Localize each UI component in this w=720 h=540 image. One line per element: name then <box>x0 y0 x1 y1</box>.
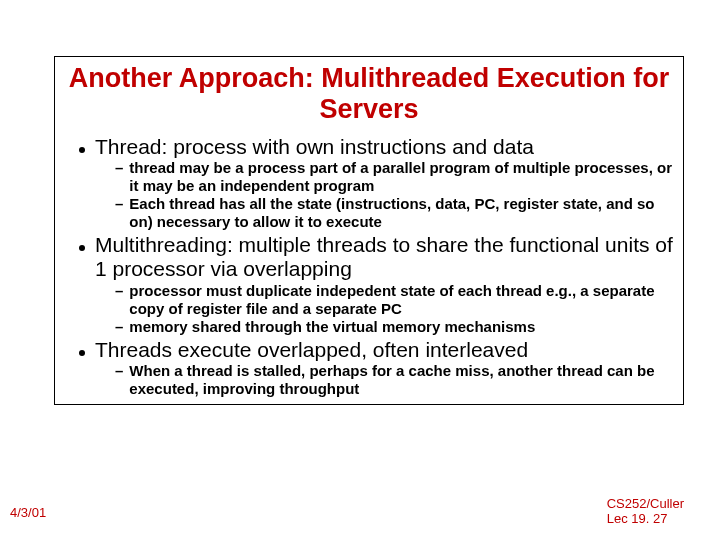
slide-title: Another Approach: Mulithreaded Execution… <box>55 57 683 133</box>
footer-course: CS252/Culler Lec 19. 27 <box>607 497 684 526</box>
dash-icon: – <box>115 159 123 177</box>
sub-bullet-item: – Each thread has all the state (instruc… <box>59 195 679 231</box>
bullet-dot-icon <box>79 350 85 356</box>
bullet-item: Threads execute overlapped, often interl… <box>59 338 679 362</box>
dash-icon: – <box>115 282 123 300</box>
bullet-text: Thread: process with own instructions an… <box>95 135 534 159</box>
sub-bullet-text: processor must duplicate indepedent stat… <box>129 282 679 318</box>
footer-date: 4/3/01 <box>10 505 46 520</box>
bullet-item: Multithreading: multiple threads to shar… <box>59 233 679 281</box>
sub-bullet-text: memory shared through the virtual memory… <box>129 318 535 336</box>
sub-bullet-text: thread may be a process part of a parall… <box>129 159 679 195</box>
slide-body: Thread: process with own instructions an… <box>55 135 683 404</box>
bullet-text: Multithreading: multiple threads to shar… <box>95 233 679 281</box>
sub-bullet-text: When a thread is stalled, perhaps for a … <box>129 362 679 398</box>
bullet-item: Thread: process with own instructions an… <box>59 135 679 159</box>
bullet-text: Threads execute overlapped, often interl… <box>95 338 528 362</box>
sub-bullet-text: Each thread has all the state (instructi… <box>129 195 679 231</box>
footer-course-line1: CS252/Culler <box>607 496 684 511</box>
footer-course-line2: Lec 19. 27 <box>607 511 668 526</box>
sub-bullet-item: – processor must duplicate indepedent st… <box>59 282 679 318</box>
bullet-dot-icon <box>79 147 85 153</box>
sub-bullet-item: – thread may be a process part of a para… <box>59 159 679 195</box>
slide-content-box: Another Approach: Mulithreaded Execution… <box>54 56 684 405</box>
sub-bullet-item: – memory shared through the virtual memo… <box>59 318 679 336</box>
dash-icon: – <box>115 362 123 380</box>
dash-icon: – <box>115 195 123 213</box>
dash-icon: – <box>115 318 123 336</box>
bullet-dot-icon <box>79 245 85 251</box>
sub-bullet-item: – When a thread is stalled, perhaps for … <box>59 362 679 398</box>
